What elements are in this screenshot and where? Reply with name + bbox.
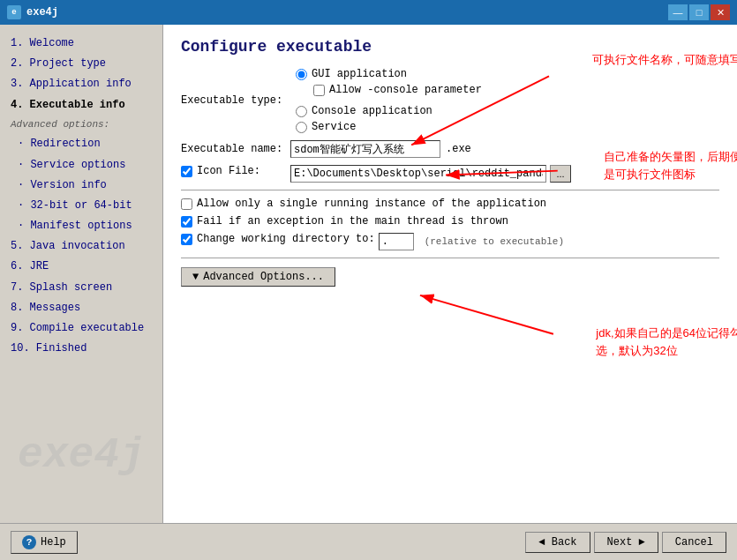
allow-console-checkbox[interactable] — [313, 85, 325, 96]
help-icon: ? — [22, 535, 36, 549]
separator-1 — [181, 190, 719, 190]
single-instance-row: Allow only a single running instance of … — [181, 198, 719, 210]
radio-gui-label[interactable]: GUI application — [296, 68, 482, 80]
radio-gui[interactable] — [296, 69, 307, 80]
radio-service-label[interactable]: Service — [296, 121, 482, 133]
advanced-options-label: Advanced Options... — [203, 271, 324, 283]
fail-exception-checkbox[interactable] — [181, 216, 192, 228]
separator-2 — [181, 258, 719, 258]
icon-file-row: Icon File: ... — [181, 165, 719, 183]
single-instance-label: Allow only a single running instance of … — [197, 198, 546, 210]
icon-file-checkbox-label[interactable]: Icon File: — [181, 165, 287, 177]
executable-type-row: Executable type: GUI application Allow -… — [181, 68, 719, 133]
executable-name-row: Executable name: .exe — [181, 140, 719, 158]
next-button[interactable]: Next ► — [594, 532, 658, 553]
window-body: 1. Welcome 2. Project type 3. Applicatio… — [0, 25, 737, 560]
bottom-bar: ? Help ◄ Back Next ► Cancel — [0, 523, 737, 560]
icon-file-input[interactable] — [290, 165, 546, 183]
title-bar-controls: — □ ✕ — [668, 4, 730, 20]
advanced-options-arrow-icon: ▼ — [192, 271, 199, 283]
single-instance-checkbox[interactable] — [181, 198, 192, 210]
change-working-dir-input[interactable] — [379, 233, 414, 250]
change-working-dir-checkbox[interactable] — [181, 234, 192, 245]
executable-name-input[interactable] — [290, 140, 440, 158]
icon-file-label: Icon File: — [197, 165, 260, 177]
change-working-dir-label: Change working directory to: — [197, 233, 375, 245]
minimize-button[interactable]: — — [668, 4, 688, 20]
sidebar-item-manifest-options[interactable]: · Manifest options — [0, 216, 162, 236]
change-working-dir-checkbox-label[interactable]: Change working directory to: — [181, 233, 375, 245]
fail-exception-row: Fail if an exception in the main thread … — [181, 215, 719, 228]
sidebar-item-splash-screen[interactable]: 7. Splash screen — [0, 278, 162, 298]
sidebar-item-jre[interactable]: 6. JRE — [0, 257, 162, 277]
window-title: exe4j — [26, 6, 58, 19]
close-button[interactable]: ✕ — [711, 4, 730, 20]
radio-console-text: Console application — [312, 105, 432, 117]
sidebar-item-project-type[interactable]: 2. Project type — [0, 54, 162, 74]
app-icon: e — [7, 5, 21, 19]
sidebar-item-service-options[interactable]: · Service options — [0, 155, 162, 175]
sidebar-item-bit-options[interactable]: · 32-bit or 64-bit — [0, 196, 162, 216]
sidebar-advanced-options-label: Advanced options: — [0, 116, 162, 135]
title-bar: e exe4j — □ ✕ — [0, 0, 737, 25]
cancel-button[interactable]: Cancel — [662, 532, 726, 553]
radio-group-exe-type: GUI application Allow -console parameter… — [296, 68, 482, 133]
sidebar-item-finished[interactable]: 10. Finished — [0, 339, 162, 359]
radio-service-text: Service — [312, 121, 356, 133]
allow-console-label[interactable]: Allow -console parameter — [313, 84, 482, 96]
allow-console-text: Allow -console parameter — [329, 84, 482, 96]
executable-type-label: Executable type: — [181, 94, 287, 107]
radio-gui-text: GUI application — [312, 68, 407, 80]
change-working-dir-suffix: (relative to executable) — [425, 236, 564, 247]
radio-console-label[interactable]: Console application — [296, 105, 482, 117]
sidebar-item-messages[interactable]: 8. Messages — [0, 298, 162, 318]
svg-line-3 — [420, 295, 553, 334]
back-button[interactable]: ◄ Back — [525, 532, 590, 553]
title-bar-left: e exe4j — [7, 5, 58, 19]
panel-title: Configure executable — [181, 38, 719, 56]
sidebar-item-application-info[interactable]: 3. Application info — [0, 74, 162, 94]
exe-suffix: .exe — [446, 143, 471, 155]
advanced-options-button[interactable]: ▼ Advanced Options... — [181, 267, 335, 287]
radio-console[interactable] — [296, 106, 307, 117]
change-working-dir-row: Change working directory to: (relative t… — [181, 233, 719, 250]
main-panel: Configure executable Executable type: GU… — [163, 25, 737, 523]
help-button[interactable]: ? Help — [11, 531, 78, 554]
nav-buttons: ◄ Back Next ► Cancel — [525, 532, 726, 553]
sidebar-item-welcome[interactable]: 1. Welcome — [0, 34, 162, 54]
sidebar-item-version-info[interactable]: · Version info — [0, 175, 162, 196]
icon-file-browse-button[interactable]: ... — [550, 165, 571, 183]
window: e exe4j — □ ✕ 1. Welcome 2. Project type… — [0, 0, 737, 560]
sidebar-item-compile-executable[interactable]: 9. Compile executable — [0, 318, 162, 339]
executable-name-label: Executable name: — [181, 143, 287, 155]
content-area: 1. Welcome 2. Project type 3. Applicatio… — [0, 25, 737, 523]
sidebar-logo: exe4j — [18, 431, 145, 479]
sidebar-item-redirection[interactable]: · Redirection — [0, 134, 162, 154]
fail-exception-label: Fail if an exception in the main thread … — [197, 215, 508, 228]
sidebar-item-executable-info[interactable]: 4. Executable info — [0, 95, 162, 116]
maximize-button[interactable]: □ — [689, 4, 709, 20]
sidebar: 1. Welcome 2. Project type 3. Applicatio… — [0, 25, 163, 523]
icon-file-checkbox[interactable] — [181, 166, 192, 177]
help-label: Help — [41, 536, 66, 549]
sidebar-item-java-invocation[interactable]: 5. Java invocation — [0, 236, 162, 257]
annotation-3: jdk,如果自己的是64位记得勾选，默认为32位 — [596, 325, 737, 359]
radio-service[interactable] — [296, 122, 307, 133]
